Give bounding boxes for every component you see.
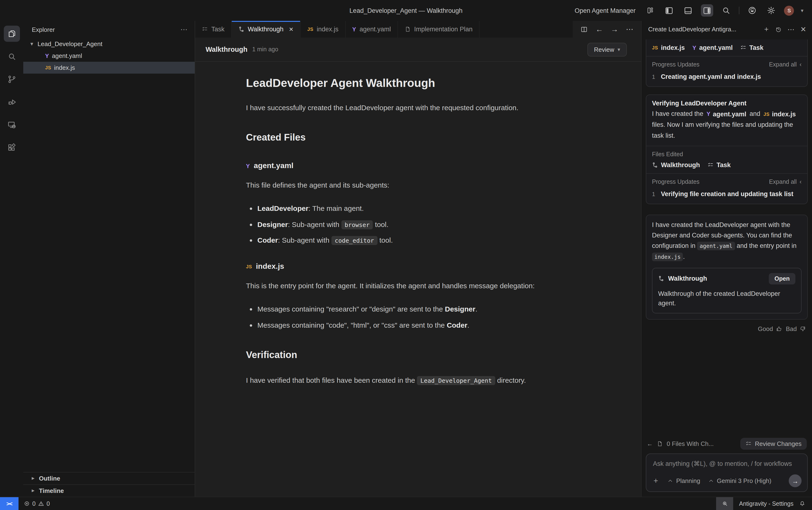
expand-all-button[interactable]: Expand all‹	[769, 61, 802, 68]
feedback-good-button[interactable]: Good	[758, 325, 782, 333]
agent-conversation-title: Create LeadDeveloper Antigra...	[648, 26, 757, 33]
close-tab-icon[interactable]: ✕	[289, 26, 293, 32]
agent-panel: Create LeadDeveloper Antigra... ＋ ⋯ ✕ JS…	[641, 21, 812, 497]
chevron-up-icon	[667, 478, 673, 484]
tree-file-index-js[interactable]: JS index.js	[23, 62, 195, 74]
model-selector[interactable]: Gemini 3 Pro (High)	[708, 477, 772, 484]
close-panel-icon[interactable]: ✕	[800, 25, 806, 33]
toggle-right-panel-icon[interactable]	[701, 4, 714, 17]
file-chip-agent-yaml[interactable]: Yagent.yaml	[705, 109, 748, 120]
doc-index-js-list: Messages containing "research" or "desig…	[246, 304, 578, 331]
error-icon	[24, 501, 30, 507]
editor-more-actions-icon[interactable]: ⋯	[626, 25, 634, 34]
outline-section[interactable]: ▼ Outline	[23, 472, 195, 484]
explorer-more-actions-icon[interactable]: ⋯	[180, 25, 188, 34]
navigate-back-icon[interactable]: ←	[596, 25, 603, 33]
antigravity-logo-icon[interactable]	[746, 4, 759, 17]
doc-agent-yaml-list: LeadDeveloper: The main agent. Designer:…	[246, 203, 578, 246]
toggle-bottom-panel-icon[interactable]	[682, 4, 694, 17]
tab-implementation-plan[interactable]: Implementation Plan	[398, 21, 480, 37]
progress-entry[interactable]: 1 Creating agent.yaml and index.js	[652, 73, 802, 82]
task-checklist-icon	[707, 162, 714, 168]
chevron-up-icon	[708, 478, 714, 484]
tab-index-js[interactable]: JS index.js	[300, 21, 345, 37]
doc-index-js-desc: This is the entry point for the agent. I…	[246, 280, 578, 291]
step-title: Verifying LeadDeveloper Agent	[652, 100, 802, 107]
extensions-activity-icon[interactable]	[4, 140, 20, 156]
js-file-icon: JS	[246, 263, 252, 271]
step-body: I have created the Yagent.yaml and JSind…	[652, 109, 802, 141]
task-checklist-icon	[740, 45, 747, 51]
doc-agent-yaml-desc: This file defines the agent and its sub-…	[246, 179, 578, 191]
agent-step-card-verifying: Verifying LeadDeveloper Agent I have cre…	[646, 94, 808, 204]
review-changes-button[interactable]: Review Changes	[740, 438, 807, 450]
run-debug-activity-icon[interactable]	[4, 94, 20, 110]
open-walkthrough-button[interactable]: Open	[769, 273, 795, 284]
chat-input[interactable]	[652, 460, 804, 468]
feedback-bad-button[interactable]: Bad	[786, 325, 806, 333]
file-icon	[657, 441, 663, 447]
file-chip-task[interactable]: Task	[707, 162, 731, 169]
source-control-activity-icon[interactable]	[4, 71, 20, 87]
explorer-activity-icon[interactable]	[4, 26, 20, 42]
outline-chevron-right-icon: ▼	[30, 476, 35, 481]
timeline-section[interactable]: ▼ Timeline	[23, 484, 195, 497]
walkthrough-title: Walkthrough	[206, 46, 248, 53]
artifact-description: Walkthrough of the created LeadDeveloper…	[658, 289, 795, 308]
zoom-in-icon	[722, 501, 728, 507]
review-button[interactable]: Review ▾	[587, 42, 627, 56]
new-conversation-icon[interactable]: ＋	[763, 25, 770, 34]
remote-indicator[interactable]: ><	[0, 497, 19, 510]
file-chip-task[interactable]: Task	[740, 44, 763, 51]
mode-selector[interactable]: Planning	[667, 477, 700, 484]
search-icon[interactable]	[720, 4, 732, 17]
inline-code: index.js	[652, 252, 683, 261]
task-checklist-icon	[202, 26, 208, 32]
tree-folder-lead-developer-agent[interactable]: ▼ Lead_Developer_Agent	[23, 38, 195, 50]
file-chip-index-js[interactable]: JSindex.js	[762, 109, 797, 120]
tab-task[interactable]: Task	[195, 21, 232, 37]
agent-panel-scroll[interactable]: JSindex.js Yagent.yaml Task Progress Upd…	[641, 37, 812, 433]
files-changed-label: 0 Files With Ch...	[667, 440, 714, 447]
status-bar: >< 0 0 Antigravity - Settings	[0, 497, 812, 510]
agent-manager-layout-icon[interactable]	[644, 4, 657, 17]
send-button[interactable]: →	[789, 474, 802, 487]
files-back-arrow-icon[interactable]: ←	[647, 440, 653, 447]
settings-gear-icon[interactable]	[765, 4, 778, 17]
file-chip-walkthrough[interactable]: Walkthrough	[652, 162, 700, 169]
user-avatar[interactable]: S	[784, 5, 794, 16]
agent-message-card: I have created the LeadDeveloper agent w…	[646, 215, 808, 319]
file-chip-index-js[interactable]: JSindex.js	[652, 44, 685, 51]
doc-h2-verification: Verification	[246, 348, 578, 362]
thumbs-down-icon	[800, 326, 806, 332]
thumbs-up-icon	[776, 326, 782, 332]
search-activity-icon[interactable]	[4, 49, 20, 64]
tab-walkthrough[interactable]: Walkthrough ✕	[232, 21, 301, 37]
tab-agent-yaml[interactable]: Y agent.yaml	[346, 21, 398, 37]
doc-h2-created-files: Created Files	[246, 130, 578, 145]
notifications-bell-icon[interactable]	[799, 501, 805, 507]
add-context-icon[interactable]: ＋	[652, 476, 660, 486]
navigate-forward-icon[interactable]: →	[611, 25, 618, 33]
toggle-left-panel-icon[interactable]	[663, 4, 675, 17]
file-chip-agent-yaml[interactable]: Yagent.yaml	[692, 44, 733, 51]
zoom-indicator[interactable]	[716, 497, 733, 510]
split-editor-icon[interactable]	[580, 25, 588, 33]
chat-input-box[interactable]: ＋ Planning Gemini 3 Pro (High) →	[646, 453, 808, 492]
tab-bar: Task Walkthrough ✕ JS index.js Y agent.y…	[195, 21, 641, 37]
agent-step-card-creating: JSindex.js Yagent.yaml Task Progress Upd…	[646, 39, 808, 87]
panel-more-actions-icon[interactable]: ⋯	[787, 25, 795, 33]
history-icon[interactable]	[776, 26, 782, 32]
open-agent-manager-button[interactable]: Open Agent Manager	[575, 7, 636, 14]
expand-all-button[interactable]: Expand all‹	[769, 178, 802, 185]
remote-explorer-activity-icon[interactable]	[4, 117, 20, 133]
explorer-sidebar: Explorer ⋯ ▼ Lead_Developer_Agent Y agen…	[23, 21, 195, 497]
activity-bar	[0, 21, 23, 497]
agent-panel-header: Create LeadDeveloper Antigra... ＋ ⋯ ✕	[641, 21, 812, 37]
app-settings-label[interactable]: Antigravity - Settings	[739, 500, 793, 507]
tree-file-agent-yaml[interactable]: Y agent.yaml	[23, 50, 195, 62]
problems-indicator[interactable]: 0 0	[19, 500, 50, 507]
progress-entry[interactable]: 1 Verifying file creation and updating t…	[652, 190, 802, 199]
account-chevron-down-icon[interactable]: ▾	[801, 7, 804, 13]
js-file-icon: JS	[652, 45, 658, 50]
